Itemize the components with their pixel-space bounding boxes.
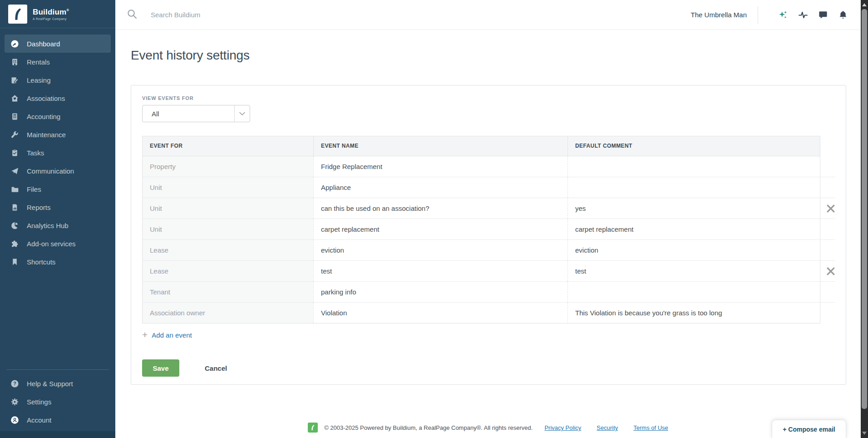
sidebar-item-label: Rentals	[27, 58, 50, 66]
dashboard-icon	[10, 40, 19, 48]
add-event-label: Add an event	[152, 331, 192, 339]
table-row: Lease eviction eviction	[143, 240, 835, 261]
view-events-select[interactable]: All	[142, 105, 250, 122]
sidebar-item-reports[interactable]: Reports	[5, 198, 111, 216]
table-row: Association owner Violation This Violati…	[143, 303, 835, 323]
page-footer: © 2003-2025 Powered by Buildium, a RealP…	[115, 423, 861, 433]
cell-event-name: can this be used on an association?	[313, 198, 567, 219]
cell-event-name: carpet replacement	[313, 219, 567, 239]
shortcuts-icon	[10, 258, 19, 266]
delete-event-button[interactable]	[826, 204, 835, 213]
analytics-icon	[10, 221, 19, 230]
sidebar-item-label: Dashboard	[27, 40, 60, 48]
scroll-up-arrow-icon[interactable]	[862, 3, 867, 6]
footer-link-security[interactable]: Security	[597, 424, 618, 431]
plus-icon: +	[142, 330, 148, 339]
sidebar-item-maintenance[interactable]: Maintenance	[5, 125, 111, 144]
select-value: All	[143, 110, 234, 118]
maintenance-icon	[10, 130, 19, 139]
scrollbar-thumb[interactable]	[862, 9, 867, 409]
scroll-down-arrow-icon[interactable]	[862, 432, 867, 435]
global-search[interactable]	[115, 9, 691, 21]
footer-link-privacy-policy[interactable]: Privacy Policy	[544, 424, 581, 431]
rentals-icon	[10, 58, 19, 66]
chat-icon[interactable]	[818, 10, 828, 20]
ai-sparkle-icon[interactable]	[778, 10, 788, 20]
sidebar-item-leasing[interactable]: Leasing	[5, 71, 111, 89]
sidebar-item-add-on-services[interactable]: Add-on services	[5, 234, 111, 253]
svg-text:?: ?	[13, 381, 16, 386]
settings-card: VIEW EVENTS FOR All EVENT FOR EVENT NAME…	[131, 85, 846, 385]
activity-icon[interactable]	[798, 10, 808, 20]
notifications-bell-icon[interactable]	[838, 10, 848, 20]
user-name[interactable]: The Umbrella Man	[691, 11, 747, 19]
table-row: Unit carpet replacement carpet replaceme…	[143, 219, 835, 240]
cell-default-comment: carpet replacement	[567, 219, 820, 239]
main-content: Event history settings VIEW EVENTS FOR A…	[115, 30, 861, 438]
account-icon	[10, 416, 19, 424]
cell-event-for: Tenant	[143, 282, 313, 302]
sidebar-item-shortcuts[interactable]: Shortcuts	[5, 253, 111, 271]
sidebar-item-account[interactable]: Account	[5, 411, 111, 429]
sidebar-item-accounting[interactable]: Accounting	[5, 107, 111, 125]
save-button[interactable]: Save	[142, 359, 179, 377]
sidebar-item-label: Settings	[27, 398, 51, 406]
sidebar-item-label: Leasing	[27, 76, 51, 84]
topbar: The Umbrella Man	[115, 0, 861, 30]
settings-icon	[10, 398, 19, 406]
brand-logo[interactable]: Buildium® A RealPage Company	[0, 0, 115, 28]
sidebar-item-rentals[interactable]: Rentals	[5, 53, 111, 71]
sidebar-item-dashboard[interactable]: Dashboard	[5, 35, 111, 53]
cancel-button[interactable]: Cancel	[205, 364, 227, 372]
communication-icon	[10, 167, 19, 175]
sidebar-item-analytics-hub[interactable]: Analytics Hub	[5, 216, 111, 234]
table-row: Lease test test	[143, 261, 835, 282]
addons-icon	[10, 239, 19, 248]
cell-default-comment: test	[567, 261, 820, 281]
cell-default-comment	[567, 282, 820, 302]
chevron-down-icon	[234, 105, 250, 122]
tasks-icon	[10, 149, 19, 157]
footer-link-terms-of-use[interactable]: Terms of Use	[633, 424, 668, 431]
leasing-icon	[10, 76, 19, 85]
column-header-event-for: EVENT FOR	[143, 136, 313, 156]
vertical-scrollbar[interactable]	[861, 0, 868, 438]
sidebar-item-label: Help & Support	[27, 380, 73, 388]
add-event-link[interactable]: + Add an event	[142, 329, 192, 340]
brand-subtitle: A RealPage Company	[33, 17, 69, 20]
topbar-divider	[758, 6, 758, 24]
sidebar: Buildium® A RealPage Company Dashboard R…	[0, 0, 115, 438]
sidebar-item-label: Associations	[27, 95, 65, 102]
sidebar-bottom: ? Help & Support Settings Account	[0, 369, 115, 429]
sidebar-item-associations[interactable]: Associations	[5, 89, 111, 107]
cell-event-name: Violation	[313, 303, 567, 323]
sidebar-item-communication[interactable]: Communication	[5, 162, 111, 180]
sidebar-item-help-support[interactable]: ? Help & Support	[5, 374, 111, 393]
sidebar-item-label: Files	[27, 185, 41, 193]
sidebar-item-label: Account	[27, 416, 51, 424]
sidebar-item-tasks[interactable]: Tasks	[5, 144, 111, 162]
cell-event-for: Lease	[143, 261, 313, 281]
files-icon	[10, 185, 19, 194]
table-row: Unit can this be used on an association?…	[143, 198, 835, 219]
sidebar-item-settings[interactable]: Settings	[5, 393, 111, 411]
table-row: Property Fridge Replacement	[143, 156, 835, 177]
sidebar-item-label: Tasks	[27, 149, 44, 157]
search-input[interactable]	[151, 11, 387, 19]
sidebar-item-label: Communication	[27, 167, 74, 175]
cell-default-comment: yes	[567, 198, 820, 219]
delete-event-button[interactable]	[826, 267, 835, 276]
cell-default-comment: This Violation is because you're grass i…	[567, 303, 820, 323]
copyright-text: © 2003-2025 Powered by Buildium, a RealP…	[324, 424, 533, 431]
sidebar-item-label: Add-on services	[27, 240, 76, 248]
accounting-icon	[10, 112, 19, 121]
reports-icon	[10, 203, 19, 212]
buildium-logo-icon	[8, 5, 27, 24]
associations-icon	[10, 94, 19, 103]
sidebar-item-files[interactable]: Files	[5, 180, 111, 198]
sidebar-item-label: Shortcuts	[27, 258, 55, 266]
compose-email-button[interactable]: + Compose email	[772, 420, 846, 438]
sidebar-item-label: Analytics Hub	[27, 222, 69, 229]
cell-event-name: eviction	[313, 240, 567, 260]
cell-default-comment	[567, 156, 820, 177]
